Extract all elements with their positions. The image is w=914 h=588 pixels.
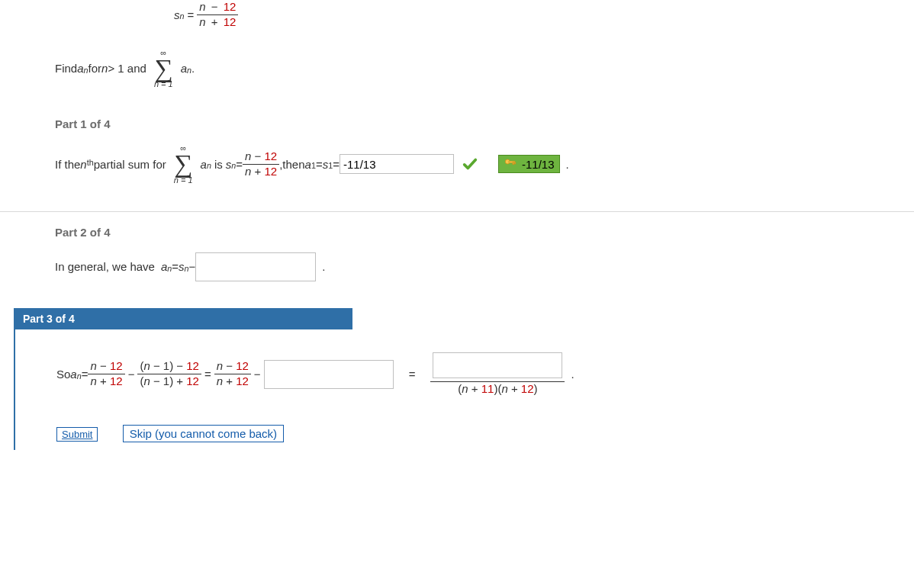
sn-s: s xyxy=(174,8,180,21)
part3-heading: Part 3 of 4 xyxy=(14,308,352,329)
submit-button[interactable]: Submit xyxy=(56,427,98,442)
part1-body: If the nth partial sum for ∞ ∑ n = 1 an … xyxy=(0,144,914,211)
find-instruction: Find an for n > 1 and ∞ ∑ n = 1 an . xyxy=(55,49,195,89)
part3-frac3: n − 12 n + 12 xyxy=(214,359,251,389)
sn-fraction: n − 12 n + 12 xyxy=(197,0,238,30)
correct-answer-chip: -11/13 xyxy=(498,155,560,173)
skip-button[interactable]: Skip (you cannot come back) xyxy=(123,425,284,442)
svg-rect-3 xyxy=(514,162,516,164)
part2-answer-input[interactable] xyxy=(195,252,316,281)
svg-rect-2 xyxy=(513,162,514,165)
part1-heading: Part 1 of 4 xyxy=(0,104,914,144)
part2-heading: Part 2 of 4 xyxy=(0,212,914,252)
sn-definition: sn = n − 12 n + 12 xyxy=(55,0,859,49)
part3-answer-input-1[interactable] xyxy=(264,360,394,389)
part3-frac1: n − 12 n + 12 xyxy=(88,359,124,389)
sigma-icon: ∞ ∑ n = 1 xyxy=(154,49,173,89)
problem-header: sn = n − 12 n + 12 Find an for n > 1 and xyxy=(0,0,914,104)
sigma-icon: ∞ ∑ n = 1 xyxy=(174,144,193,185)
part2-body: In general, we have an = sn − . xyxy=(0,252,914,308)
sn-sub: n xyxy=(180,11,185,21)
check-icon xyxy=(462,156,478,172)
equals: = xyxy=(188,8,195,21)
key-icon xyxy=(504,157,517,171)
part1-answer-input[interactable] xyxy=(340,154,454,174)
part3-body: So an = n − 12 n + 12 − (n − 1) − 12 (n … xyxy=(14,329,914,451)
part3-final-frac: (n + 11)(n + 12) xyxy=(430,352,565,397)
correct-answer-value: -11/13 xyxy=(522,158,555,171)
part3-frac2: (n − 1) − 12 (n − 1) + 12 xyxy=(137,359,201,389)
part3-answer-input-2[interactable] xyxy=(433,352,562,378)
part1-frac: n − 12 n + 12 xyxy=(243,149,279,179)
